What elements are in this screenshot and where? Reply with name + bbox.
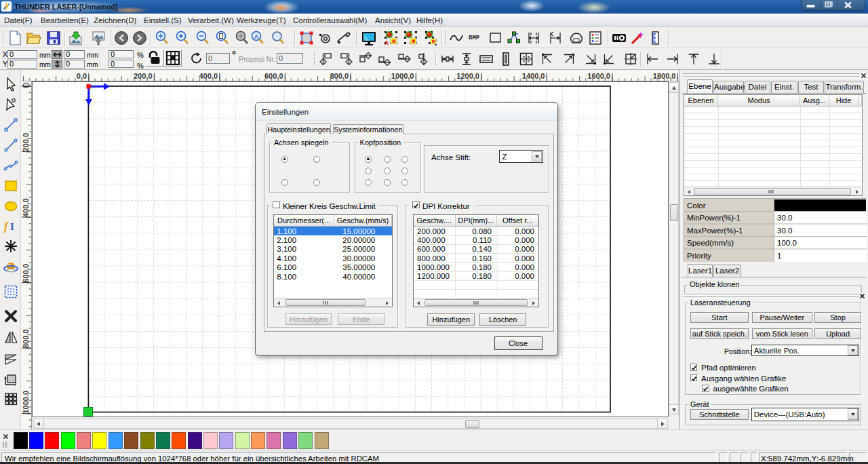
svg-text:1000.0: 1000.0 [391,72,414,80]
svg-text:200.0: 200.0 [22,133,30,152]
svg-text:f: f [4,220,9,233]
svg-text:600.0: 600.0 [22,264,30,283]
svg-text:400.0: 400.0 [199,72,218,80]
svg-text:800.0: 800.0 [330,72,349,80]
svg-text:1000.0: 1000.0 [22,391,30,414]
svg-text:1800.0: 1800.0 [653,72,676,80]
svg-text:600.0: 600.0 [264,72,283,80]
svg-text:1200.0: 1200.0 [456,72,479,80]
svg-text:800.0: 800.0 [22,329,30,348]
svg-text:I: I [10,221,14,232]
svg-text:200.0: 200.0 [134,72,153,80]
svg-text:A: A [384,39,389,45]
svg-text:1600.0: 1600.0 [587,72,610,80]
svg-text:400.0: 400.0 [22,198,30,217]
svg-text:0.0: 0.0 [77,72,87,80]
svg-text:A: A [254,33,259,40]
svg-text:1400.0: 1400.0 [522,72,545,80]
